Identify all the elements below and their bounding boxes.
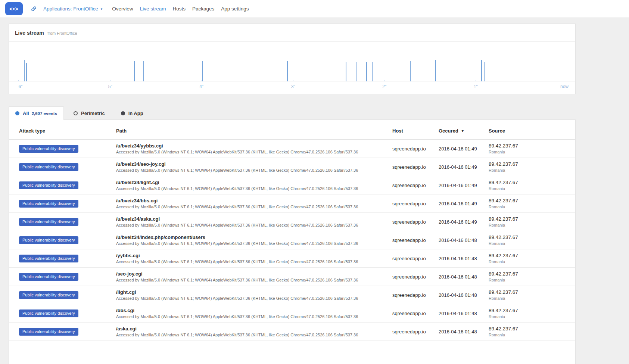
- attack-type-badge: Public vulnerability discovery: [19, 181, 78, 189]
- attack-type-badge: Public vulnerability discovery: [19, 200, 78, 208]
- event-occurred: 2016-04-16 01:48: [439, 329, 489, 335]
- event-source-ip: 89.42.237.67: [489, 180, 565, 185]
- event-filter-tabs: All 2,607 events Perimetric In App: [9, 106, 576, 120]
- applications-dropdown-label: Applications: FrontOffice: [43, 6, 98, 12]
- tab-all-label: All: [23, 111, 29, 116]
- tab-all-events[interactable]: All 2,607 events: [9, 106, 64, 120]
- event-spike: [202, 61, 203, 81]
- event-row[interactable]: Public vulnerability discovery /u/bveiz3…: [9, 140, 575, 158]
- event-source-country: Romania: [489, 205, 565, 209]
- event-spike: [484, 62, 485, 81]
- event-occurred: 2016-04-16 01:48: [439, 237, 489, 243]
- sort-desc-icon: ▾: [462, 129, 464, 133]
- main-content: Live stream from FrontOffice 6"5"4"3"2"1…: [9, 24, 576, 364]
- nav-item-app-settings[interactable]: App settings: [218, 6, 252, 12]
- events-table: Attack type Path Host Occured▾ Source Pu…: [9, 119, 576, 364]
- nav-item-packages[interactable]: Packages: [189, 6, 218, 12]
- event-spike: [134, 61, 135, 81]
- event-spike: [366, 62, 367, 81]
- nav-item-overview[interactable]: Overview: [109, 6, 136, 12]
- event-row[interactable]: Public vulnerability discovery /light.cg…: [9, 286, 575, 304]
- event-row[interactable]: Public vulnerability discovery /yybbs.cg…: [9, 249, 575, 268]
- path-cell: /aska.cgi Accessed by Mozilla/5.0 (Windo…: [116, 326, 392, 337]
- event-host: sqreenedapp.io: [392, 274, 439, 280]
- event-occurred: 2016-04-16 01:48: [439, 311, 489, 316]
- event-source-ip: 89.42.237.67: [489, 198, 565, 203]
- nav-item-hosts[interactable]: Hosts: [169, 6, 189, 12]
- event-path: /u/bveiz34/index.php/component/users: [116, 234, 392, 240]
- event-source-ip: 89.42.237.67: [489, 289, 565, 295]
- event-host: sqreenedapp.io: [392, 164, 439, 170]
- event-occurred: 2016-04-16 01:49: [439, 183, 489, 188]
- event-row[interactable]: Public vulnerability discovery /seo-joy.…: [9, 268, 575, 286]
- axis-tick-label: 6": [18, 84, 22, 89]
- event-path: /u/bveiz34/seo-joy.cgi: [116, 161, 392, 167]
- event-row[interactable]: Public vulnerability discovery /u/bveiz3…: [9, 176, 575, 195]
- path-cell: /seo-joy.cgi Accessed by Mozilla/5.0 (Wi…: [116, 271, 392, 282]
- event-row[interactable]: Public vulnerability discovery /u/bveiz3…: [9, 158, 575, 176]
- event-source-country: Romania: [489, 278, 565, 282]
- main-nav: Overview Live stream Hosts Packages App …: [109, 6, 252, 12]
- attack-type-cell: Public vulnerability discovery: [19, 291, 116, 299]
- attack-type-badge: Public vulnerability discovery: [19, 236, 78, 244]
- attack-type-cell: Public vulnerability discovery: [19, 273, 116, 281]
- event-user-agent: Accessed by Mozilla/5.0 (Windows NT 6.1;…: [116, 241, 392, 246]
- event-user-agent: Accessed by Mozilla/5.0 (Windows NT 6.1;…: [116, 205, 392, 209]
- attack-type-badge: Public vulnerability discovery: [19, 218, 78, 226]
- column-header-host: Host: [392, 128, 439, 134]
- event-row[interactable]: Public vulnerability discovery /u/bveiz3…: [9, 231, 575, 249]
- attack-type-badge: Public vulnerability discovery: [19, 145, 78, 153]
- event-occurred: 2016-04-16 01:49: [439, 146, 489, 152]
- axis-tick-label: now: [560, 84, 569, 89]
- nav-item-live-stream[interactable]: Live stream: [137, 6, 169, 12]
- attack-type-badge: Public vulnerability discovery: [19, 328, 78, 336]
- event-host: sqreenedapp.io: [392, 219, 439, 225]
- event-source-ip: 89.42.237.67: [489, 161, 565, 167]
- app-logo[interactable]: <•>: [5, 2, 23, 15]
- in-app-dot-icon: [121, 111, 125, 115]
- tab-in-app[interactable]: In App: [115, 106, 150, 120]
- attack-type-badge: Public vulnerability discovery: [19, 273, 78, 281]
- event-source-country: Romania: [489, 259, 565, 264]
- live-stream-title: Live stream: [15, 30, 44, 36]
- event-row[interactable]: Public vulnerability discovery /aska.cgi…: [9, 323, 575, 341]
- event-user-agent: Accessed by Mozilla/5.0 (Windows NT 6.1;…: [116, 150, 392, 154]
- live-stream-subtitle: from FrontOffice: [47, 31, 77, 35]
- event-source-country: Romania: [489, 168, 565, 172]
- applications-dropdown[interactable]: Applications: FrontOffice ▾: [43, 6, 102, 12]
- axis-tick-label: 2": [382, 84, 386, 89]
- column-header-occured[interactable]: Occured▾: [439, 128, 489, 134]
- event-user-agent: Accessed by Mozilla/5.0 (Windows NT 6.1;…: [116, 223, 392, 227]
- event-user-agent: Accessed by Mozilla/5.0 (Windows NT 6.1;…: [116, 314, 392, 319]
- link-icon[interactable]: [31, 6, 37, 12]
- tab-perimetric[interactable]: Perimetric: [67, 106, 111, 120]
- event-spike: [481, 60, 482, 81]
- event-row[interactable]: Public vulnerability discovery /bbs.cgi …: [9, 304, 575, 323]
- event-source-ip: 89.42.237.67: [489, 216, 565, 222]
- source-cell: 89.42.237.67 Romania: [489, 253, 565, 264]
- event-path: /light.cgi: [116, 289, 392, 295]
- event-source-country: Romania: [489, 241, 565, 246]
- column-header-attack-type: Attack type: [19, 128, 116, 134]
- event-row[interactable]: Public vulnerability discovery /u/bveiz3…: [9, 213, 575, 231]
- attack-type-badge: Public vulnerability discovery: [19, 255, 78, 262]
- source-cell: 89.42.237.67 Romania: [489, 143, 565, 154]
- event-row[interactable]: Public vulnerability discovery /u/bveiz3…: [9, 195, 575, 213]
- attack-type-cell: Public vulnerability discovery: [19, 309, 116, 317]
- attack-type-cell: Public vulnerability discovery: [19, 200, 116, 208]
- path-cell: /u/bveiz34/yybbs.cgi Accessed by Mozilla…: [116, 143, 392, 154]
- event-source-country: Romania: [489, 296, 565, 301]
- chart-spikes: [16, 42, 569, 81]
- event-source-ip: 89.42.237.67: [489, 143, 565, 149]
- event-spike: [287, 61, 288, 81]
- event-path: /u/bveiz34/aska.cgi: [116, 216, 392, 222]
- attack-type-cell: Public vulnerability discovery: [19, 163, 116, 171]
- event-host: sqreenedapp.io: [392, 201, 439, 206]
- event-occurred: 2016-04-16 01:49: [439, 201, 489, 206]
- attack-type-badge: Public vulnerability discovery: [19, 291, 78, 299]
- top-navbar: <•> Applications: FrontOffice ▾ Overview…: [0, 0, 629, 18]
- event-source-ip: 89.42.237.67: [489, 253, 565, 258]
- attack-type-cell: Public vulnerability discovery: [19, 236, 116, 244]
- event-path: /bbs.cgi: [116, 308, 392, 313]
- event-source-country: Romania: [489, 186, 565, 191]
